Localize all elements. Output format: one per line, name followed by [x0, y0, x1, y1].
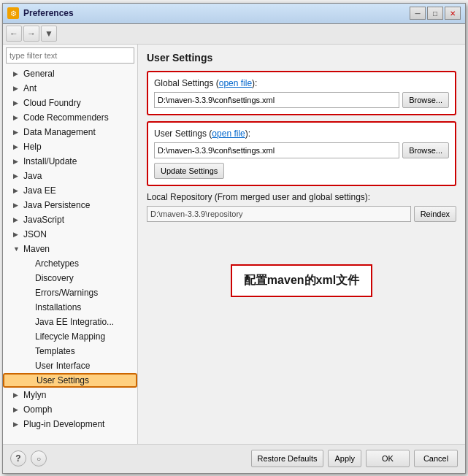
tree-item-lifecycle-mapping[interactable]: Lifecycle Mapping [3, 329, 137, 344]
tree-item-json[interactable]: ▶ JSON [3, 227, 137, 242]
tree-item-general[interactable]: ▶ General [3, 66, 137, 81]
user-label-end: ): [245, 128, 250, 139]
cancel-button[interactable]: Cancel [414, 450, 458, 467]
arrow-icon: ▶ [13, 391, 20, 399]
arrow-icon: ▼ [13, 245, 20, 253]
toolbar: ← → ▼ [3, 24, 465, 45]
dropdown-button[interactable]: ▼ [41, 26, 57, 42]
arrow-icon: ▶ [13, 114, 20, 121]
filter-input[interactable] [6, 47, 134, 64]
info-button[interactable]: ○ [31, 450, 47, 467]
user-settings-section: User Settings (open file): Browse... Upd… [147, 121, 456, 186]
tree-label: Help [23, 142, 42, 152]
tree-item-javascript[interactable]: ▶ JavaScript [3, 212, 137, 227]
tree-label: Java [23, 171, 42, 181]
tree-label: Plug-in Development [23, 419, 104, 429]
annotation-box: 配置maven的xml文件 [231, 264, 372, 297]
tree-item-user-interface[interactable]: User Interface [3, 358, 137, 373]
user-settings-path-input[interactable] [154, 142, 399, 158]
tree-item-install-update[interactable]: ▶ Install/Update [3, 154, 137, 169]
arrow-icon: ▶ [13, 421, 20, 428]
tree-label: User Settings [37, 375, 89, 385]
arrow-icon: ▶ [13, 128, 20, 136]
update-settings-button[interactable]: Update Settings [154, 163, 224, 179]
global-settings-input-row: Browse... [154, 92, 449, 108]
local-repo-section: Local Repository (From merged user and g… [147, 192, 456, 222]
global-settings-path-input[interactable] [154, 92, 399, 108]
tree-item-plugin-development[interactable]: ▶ Plug-in Development [3, 417, 137, 431]
forward-button[interactable]: → [23, 26, 39, 42]
tree-label: Cloud Foundry [23, 98, 81, 108]
arrow-icon: ▶ [13, 172, 20, 180]
tree-item-discovery[interactable]: Discovery [3, 271, 137, 285]
reindex-button[interactable]: Reindex [414, 206, 456, 222]
global-browse-button[interactable]: Browse... [402, 92, 449, 108]
tree-item-code-recommenders[interactable]: ▶ Code Recommenders [3, 110, 137, 125]
tree-label: User Interface [35, 361, 90, 371]
arrow-icon: ▶ [13, 201, 20, 209]
arrow-icon: ▶ [13, 231, 20, 238]
arrow-icon: ▶ [13, 143, 20, 150]
tree-item-maven[interactable]: ▼ Maven [3, 242, 137, 256]
maximize-button[interactable]: □ [427, 7, 443, 20]
tree-label: Discovery [35, 273, 74, 283]
tree-item-ant[interactable]: ▶ Ant [3, 81, 137, 96]
tree-area: ▶ General ▶ Ant ▶ Cloud Foundry ▶ Code R… [3, 66, 137, 444]
tree-label: Java EE [23, 185, 56, 196]
help-button[interactable]: ? [10, 450, 26, 467]
restore-defaults-button[interactable]: Restore Defaults [251, 450, 324, 467]
bottom-left: ? ○ [10, 450, 47, 467]
tree-label: Templates [35, 346, 75, 356]
close-button[interactable]: ✕ [445, 7, 461, 20]
tree-item-java-persistence[interactable]: ▶ Java Persistence [3, 198, 137, 212]
tree-item-data-management[interactable]: ▶ Data Management [3, 125, 137, 139]
tree-item-templates[interactable]: Templates [3, 344, 137, 358]
tree-item-oomph[interactable]: ▶ Oomph [3, 402, 137, 417]
preferences-window: ⚙ Preferences ─ □ ✕ ← → ▼ ▶ General [2, 3, 466, 474]
global-open-file-link[interactable]: open file [219, 78, 252, 88]
tree-item-help[interactable]: ▶ Help [3, 139, 137, 154]
arrow-icon: ▶ [13, 70, 20, 77]
local-repo-row: Reindex [147, 206, 456, 222]
tree-item-java[interactable]: ▶ Java [3, 169, 137, 183]
global-settings-label: Global Settings (open file): [154, 78, 449, 88]
tree-label: Ant [23, 83, 37, 93]
main-content: ▶ General ▶ Ant ▶ Cloud Foundry ▶ Code R… [3, 45, 465, 444]
global-label-end: ): [252, 78, 257, 88]
tree-label: Mylyn [23, 390, 46, 400]
minimize-button[interactable]: ─ [410, 7, 426, 20]
tree-item-java-ee-integration[interactable]: Java EE Integratio... [3, 315, 137, 329]
left-panel: ▶ General ▶ Ant ▶ Cloud Foundry ▶ Code R… [3, 45, 138, 444]
arrow-icon: ▶ [13, 85, 20, 92]
global-label-text: Global Settings ( [154, 78, 219, 88]
apply-button[interactable]: Apply [328, 450, 361, 467]
tree-item-mylyn[interactable]: ▶ Mylyn [3, 388, 137, 402]
arrow-icon: ▶ [13, 187, 20, 194]
tree-label: Lifecycle Mapping [35, 331, 105, 342]
user-settings-label: User Settings (open file): [154, 128, 449, 139]
ok-button[interactable]: OK [366, 450, 410, 467]
tree-item-java-ee[interactable]: ▶ Java EE [3, 183, 137, 198]
local-repo-label: Local Repository (From merged user and g… [147, 192, 456, 202]
tree-item-cloud-foundry[interactable]: ▶ Cloud Foundry [3, 96, 137, 110]
arrow-icon: ▶ [13, 99, 20, 107]
tree-label: Code Recommenders [23, 112, 109, 123]
tree-label: Data Management [23, 127, 96, 137]
arrow-icon: ▶ [13, 216, 20, 223]
tree-item-user-settings[interactable]: User Settings [3, 373, 137, 388]
user-settings-input-row: Browse... [154, 142, 449, 158]
arrow-icon: ▶ [13, 406, 20, 413]
user-browse-button[interactable]: Browse... [402, 142, 449, 158]
tree-item-archetypes[interactable]: Archetypes [3, 256, 137, 271]
tree-item-installations[interactable]: Installations [3, 300, 137, 315]
tree-label: Installations [35, 302, 81, 312]
tree-label: Java Persistence [23, 200, 90, 210]
tree-label: JSON [23, 229, 47, 239]
tree-item-errors-warnings[interactable]: Errors/Warnings [3, 285, 137, 300]
window-controls: ─ □ ✕ [410, 7, 461, 20]
user-open-file-link[interactable]: open file [212, 128, 245, 139]
back-button[interactable]: ← [6, 26, 22, 42]
tree-label: Oomph [23, 404, 52, 415]
tree-label: Errors/Warnings [35, 288, 98, 298]
bottom-bar: ? ○ Restore Defaults Apply OK Cancel [3, 444, 465, 473]
